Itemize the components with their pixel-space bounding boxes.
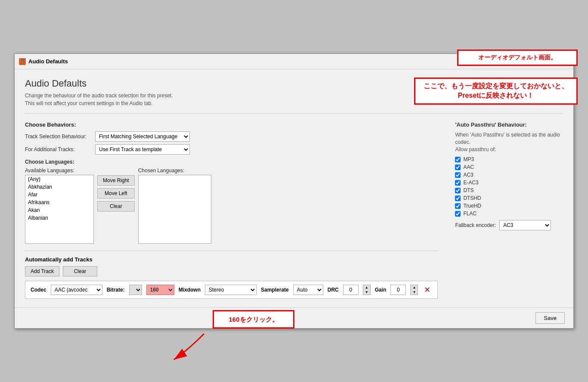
list-item[interactable]: (Any): [25, 175, 93, 183]
list-item[interactable]: Akan: [25, 206, 93, 214]
move-right-button[interactable]: Move Right: [97, 175, 135, 186]
annotation-mid: ここで、もう一度設定を変更しておかないと、 Presetに反映されない！: [414, 78, 578, 105]
add-track-button[interactable]: Add Track: [25, 266, 59, 276]
annotation-top: オーディオデフォルト画面。: [457, 50, 578, 66]
tracks-clear-button[interactable]: Clear: [63, 266, 97, 276]
mixdown-label: Mixdown: [179, 287, 201, 293]
truehd-checkbox[interactable]: [455, 203, 461, 209]
codec-label: Codec: [31, 287, 46, 293]
additional-tracks-label: For Additional Tracks:: [25, 146, 92, 152]
drc-input[interactable]: 0: [343, 285, 359, 295]
mp3-label: MP3: [463, 156, 474, 162]
dtshd-row: DTSHD: [455, 195, 563, 201]
mp3-checkbox[interactable]: [455, 157, 461, 162]
drc-label: DRC: [328, 287, 339, 293]
auto-tracks-buttons: Add Track Clear: [25, 266, 438, 276]
gain-spinner[interactable]: ▲ ▼: [410, 285, 418, 295]
chosen-list[interactable]: [138, 175, 211, 244]
eac3-checkbox[interactable]: [455, 180, 461, 186]
gain-up[interactable]: ▲: [411, 285, 418, 290]
languages-clear-button[interactable]: Clear: [97, 201, 135, 211]
additional-tracks-row: For Additional Tracks: Use First Track a…: [25, 144, 438, 155]
samplerate-label: Samplerate: [261, 287, 289, 293]
window-title: Audio Defaults: [28, 58, 68, 65]
available-list[interactable]: (Any) Abkhazian Afar Afrikaans Akan Alba…: [25, 175, 94, 244]
chosen-languages-box: Chosen Languages:: [138, 168, 211, 244]
list-item[interactable]: Albanian: [25, 214, 93, 222]
ac3-label: AC3: [463, 172, 473, 178]
bitrate-label: Bitrate:: [107, 287, 125, 293]
available-label: Available Languages:: [25, 168, 94, 174]
track-selection-label: Track Selection Behaviour:: [25, 134, 92, 140]
fallback-row: Fallback encoder: AC3 AAC MP3: [455, 220, 563, 230]
list-item[interactable]: Abkhazian: [25, 183, 93, 191]
annotation-click: 160をクリック。: [213, 310, 294, 329]
main-content: Audio Defaults Change the behaviour of t…: [15, 69, 573, 307]
languages-section-label: Choose Languages:: [25, 159, 438, 165]
mp3-row: MP3: [455, 156, 563, 162]
gain-input[interactable]: 0: [390, 285, 406, 295]
fallback-select[interactable]: AC3 AAC MP3: [499, 220, 551, 230]
flac-row: FLAC: [455, 211, 563, 217]
drc-up[interactable]: ▲: [363, 285, 370, 290]
annotation-arrow: [161, 329, 213, 364]
behaviors-section-label: Choose Behaviors:: [25, 121, 438, 128]
audio-defaults-window: 🎵 Audio Defaults ✕ オーディオデフォルト画面。 ここで、もう一…: [14, 53, 574, 329]
track-selection-row: Track Selection Behaviour: First Matchin…: [25, 131, 438, 142]
move-left-button[interactable]: Move Left: [97, 188, 135, 199]
save-button[interactable]: Save: [535, 312, 565, 324]
bitrate-label-select[interactable]: [129, 285, 142, 295]
track-selection-select[interactable]: First Matching Selected Language All Mat…: [95, 131, 190, 142]
additional-tracks-select[interactable]: Use First Track as template None: [95, 144, 190, 155]
auto-tracks-label: Automatically add Tracks: [25, 256, 438, 263]
drc-spinner[interactable]: ▲ ▼: [363, 285, 371, 295]
language-buttons: Move Right Move Left Clear: [97, 168, 135, 211]
truehd-label: TrueHD: [463, 203, 481, 209]
samplerate-select[interactable]: Auto 48000 44100: [293, 285, 323, 295]
passthru-title: 'Auto Passthru' Behaviour:: [455, 121, 563, 128]
eac3-label: E-AC3: [463, 180, 478, 186]
dts-label: DTS: [463, 187, 473, 193]
main-area: Audio Defaults Change the behaviour of t…: [25, 78, 563, 299]
dts-row: DTS: [455, 187, 563, 193]
ac3-checkbox[interactable]: [455, 172, 461, 178]
flac-checkbox[interactable]: [455, 211, 461, 217]
ac3-row: AC3: [455, 172, 563, 178]
truehd-row: TrueHD: [455, 203, 563, 209]
chosen-label: Chosen Languages:: [138, 168, 211, 174]
left-column: Choose Behaviors: Track Selection Behavi…: [25, 121, 438, 299]
aac-label: AAC: [463, 164, 474, 170]
list-item[interactable]: Afrikaans: [25, 199, 93, 206]
list-item[interactable]: Afar: [25, 191, 93, 199]
dtshd-label: DTSHD: [463, 195, 481, 201]
auto-tracks-section: Automatically add Tracks Add Track Clear…: [25, 251, 438, 299]
title-bar-left: 🎵 Audio Defaults: [19, 58, 68, 65]
app-icon: 🎵: [19, 58, 26, 65]
aac-row: AAC: [455, 164, 563, 170]
bitrate-select[interactable]: 160 128 192 256: [146, 285, 174, 295]
gain-down[interactable]: ▼: [411, 290, 418, 295]
passthru-desc: When 'Auto Passthru' is selected as the …: [455, 131, 563, 153]
two-col-layout: Choose Behaviors: Track Selection Behavi…: [25, 121, 563, 299]
eac3-row: E-AC3: [455, 180, 563, 186]
delete-track-button[interactable]: ✕: [422, 285, 432, 295]
drc-down[interactable]: ▼: [363, 290, 370, 295]
right-column: 'Auto Passthru' Behaviour: When 'Auto Pa…: [455, 121, 563, 299]
dtshd-checkbox[interactable]: [455, 196, 461, 201]
languages-section: Available Languages: (Any) Abkhazian Afa…: [25, 168, 438, 244]
mixdown-select[interactable]: Stereo Mono 5.1: [205, 285, 257, 295]
gain-label: Gain: [375, 287, 387, 293]
flac-label: FLAC: [463, 211, 477, 217]
available-languages-box: Available Languages: (Any) Abkhazian Afa…: [25, 168, 94, 244]
codec-select[interactable]: AAC (avcodec AC3 MP3: [51, 285, 102, 295]
track-row: Codec AAC (avcodec AC3 MP3 Bitrate:: [25, 281, 438, 299]
dts-checkbox[interactable]: [455, 188, 461, 193]
fallback-label: Fallback encoder:: [455, 222, 496, 228]
aac-checkbox[interactable]: [455, 165, 461, 170]
